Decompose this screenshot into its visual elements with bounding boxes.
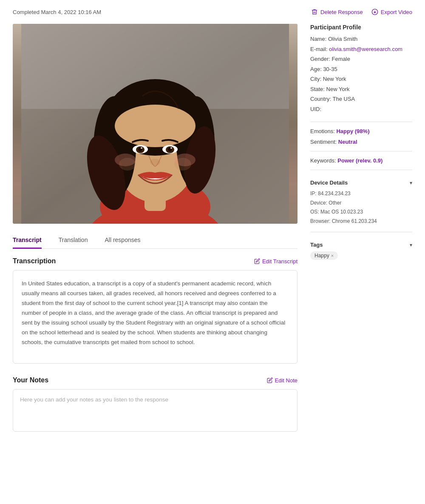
svg-point-27 <box>174 158 191 171</box>
divider-3 <box>310 170 412 170</box>
profile-country: Country: The USA <box>310 95 412 103</box>
tab-all-responses[interactable]: All responses <box>105 232 140 249</box>
edit-icon <box>254 258 260 264</box>
device-ip: IP: 84.234.234.23 <box>310 189 412 199</box>
notes-content[interactable]: Here you can add your notes as you liste… <box>13 389 298 432</box>
profile-email-link[interactable]: olivia.smith@weresearch.com <box>329 46 402 52</box>
divider-4 <box>310 232 412 232</box>
profile-city: City: New York <box>310 75 412 83</box>
tags-chevron-icon: ▾ <box>410 242 412 248</box>
tag-remove-button[interactable]: × <box>331 253 334 258</box>
edit-note-button[interactable]: Edit Note <box>267 377 298 384</box>
tab-translation[interactable]: Translation <box>59 232 88 249</box>
profile-title: Participant Profile <box>310 24 412 31</box>
left-panel: Transcript Translation All responses Tra… <box>13 24 298 444</box>
profile-name: Name: Olivia Smith <box>310 35 412 43</box>
profile-uid: UID: <box>310 105 412 114</box>
right-panel: Participant Profile Name: Olivia Smith E… <box>310 24 412 444</box>
divider-1 <box>310 122 412 122</box>
divider-2 <box>310 151 412 151</box>
notes-title: Your Notes <box>13 376 48 384</box>
profile-age: Age: 30-35 <box>310 65 412 74</box>
participant-profile: Participant Profile Name: Olivia Smith E… <box>310 24 412 113</box>
svg-point-22 <box>170 147 172 149</box>
device-browser: Browser: Chrome 61.203.234 <box>310 217 412 226</box>
tags-list: Happy × <box>310 251 412 260</box>
tabs: Transcript Translation All responses <box>13 232 298 248</box>
transcription-title: Transcription <box>13 257 56 265</box>
svg-point-14 <box>115 105 196 147</box>
sentiment-row: Sentiment: Neutral <box>310 139 412 145</box>
tabs-section: Transcript Translation All responses <box>13 232 298 249</box>
export-icon <box>371 9 378 15</box>
top-bar: Completed March 4, 2022 10:16 AM Delete … <box>13 9 412 15</box>
svg-point-21 <box>141 147 142 149</box>
transcript-content: In United States education, a transcript… <box>13 270 298 364</box>
face-overlay <box>13 24 298 224</box>
emotions-row: Emotions: Happy (98%) <box>310 128 412 134</box>
device-os: OS: Mac OS 10.023.23 <box>310 208 412 217</box>
transcription-section: Transcription Edit Transcript In United … <box>13 257 298 364</box>
svg-point-26 <box>119 158 136 171</box>
top-actions: Delete Response Export Video <box>311 9 412 15</box>
device-details-section: Device Details ▾ IP: 84.234.234.23 Devic… <box>310 176 412 226</box>
trash-icon <box>311 9 318 15</box>
device-details-header[interactable]: Device Details ▾ <box>310 176 412 189</box>
device-device: Device: Other <box>310 199 412 208</box>
tag-label: Happy <box>314 253 329 259</box>
device-details-title: Device Details <box>310 179 348 186</box>
chevron-down-icon: ▾ <box>410 180 412 186</box>
notes-header: Your Notes Edit Note <box>13 376 298 384</box>
tab-transcript[interactable]: Transcript <box>13 232 42 249</box>
tags-header[interactable]: Tags ▾ <box>310 238 412 251</box>
delete-response-button[interactable]: Delete Response <box>311 9 363 15</box>
profile-state: State: New York <box>310 85 412 94</box>
completed-text: Completed March 4, 2022 10:16 AM <box>13 9 101 15</box>
tag-happy: Happy × <box>310 251 338 260</box>
tags-section: Tags ▾ Happy × <box>310 238 412 260</box>
video-thumbnail <box>13 24 298 224</box>
keywords-row: Keywords: Power (relev. 0.9) <box>310 157 412 164</box>
edit-note-icon <box>267 377 273 383</box>
notes-section: Your Notes Edit Note Here you can add yo… <box>13 376 298 432</box>
profile-gender: Gender: Female <box>310 55 412 63</box>
transcription-header: Transcription Edit Transcript <box>13 257 298 265</box>
export-video-button[interactable]: Export Video <box>371 9 412 15</box>
device-details-content: IP: 84.234.234.23 Device: Other OS: Mac … <box>310 189 412 226</box>
main-content: Transcript Translation All responses Tra… <box>13 24 412 444</box>
edit-transcript-button[interactable]: Edit Transcript <box>254 258 298 265</box>
tags-title: Tags <box>310 242 323 248</box>
profile-email: E-mail: olivia.smith@weresearch.com <box>310 45 412 54</box>
